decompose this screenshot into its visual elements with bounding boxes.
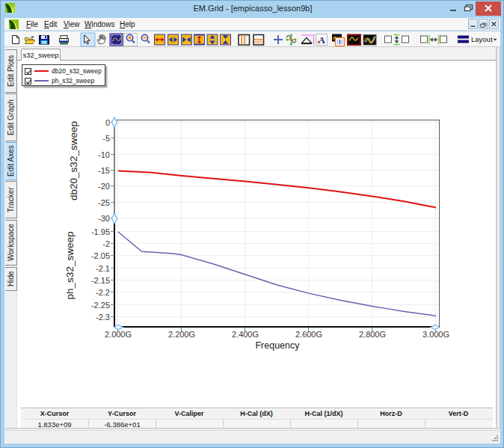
svg-text:-10: -10 xyxy=(98,150,110,159)
svg-text:-30: -30 xyxy=(98,214,110,223)
svg-text:-5: -5 xyxy=(102,134,110,143)
svg-text:2.000G: 2.000G xyxy=(105,330,132,339)
svg-text:-2.3: -2.3 xyxy=(96,313,110,322)
svg-text:Layout: Layout xyxy=(471,35,493,43)
svg-text:2.600G: 2.600G xyxy=(295,330,322,339)
svg-text:-2: -2 xyxy=(102,239,110,248)
svg-text:-2.15: -2.15 xyxy=(91,276,110,285)
svg-text:ph_s32_sweep: ph_s32_sweep xyxy=(64,232,76,300)
svg-text:2.400G: 2.400G xyxy=(232,330,259,339)
svg-text:3.000G: 3.000G xyxy=(422,330,449,339)
svg-text:-2.25: -2.25 xyxy=(91,301,110,310)
svg-text:2.200G: 2.200G xyxy=(168,330,195,339)
svg-text:-25: -25 xyxy=(98,198,110,207)
svg-text:2.800G: 2.800G xyxy=(359,330,386,339)
svg-text:A: A xyxy=(319,34,326,46)
svg-text:-20: -20 xyxy=(98,182,110,191)
svg-text:-15: -15 xyxy=(98,166,110,175)
svg-text:0: 0 xyxy=(105,118,110,127)
svg-text:-2.1: -2.1 xyxy=(96,264,110,273)
svg-text:-2.2: -2.2 xyxy=(96,288,110,297)
svg-text:Frequency: Frequency xyxy=(255,340,300,351)
svg-text:db20_s32_sweep: db20_s32_sweep xyxy=(68,121,79,200)
svg-text:-2.05: -2.05 xyxy=(91,251,110,260)
svg-text:-1.95: -1.95 xyxy=(91,227,110,236)
